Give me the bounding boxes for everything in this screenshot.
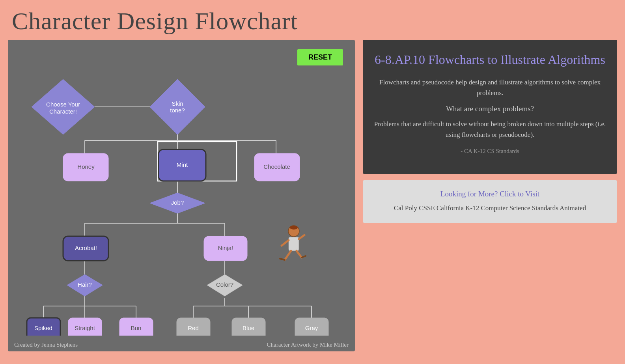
credit-left: Created by Jenna Stephens bbox=[14, 342, 78, 348]
job-label: Job? bbox=[171, 199, 184, 206]
svg-rect-26 bbox=[289, 237, 299, 251]
svg-line-32 bbox=[302, 256, 306, 258]
page-title: Character Design Flowchart bbox=[0, 0, 625, 40]
info-question: What are complex problems? bbox=[374, 105, 606, 113]
credit-right: Character Artwork by Mike Miller bbox=[267, 342, 349, 348]
skin-label2: tone? bbox=[170, 107, 185, 114]
flowchart-panel: RESET bbox=[8, 40, 355, 351]
svg-line-27 bbox=[282, 240, 289, 246]
character-sprite bbox=[280, 226, 306, 260]
main-layout: RESET bbox=[0, 40, 625, 355]
straight-label: Straight bbox=[75, 325, 95, 331]
svg-point-25 bbox=[290, 226, 298, 230]
svg-line-29 bbox=[285, 251, 291, 260]
info-citation: - CA K-12 CS Standards bbox=[374, 146, 606, 156]
info-intro: Flowcharts and pseudocode help design an… bbox=[374, 77, 606, 98]
red-label: Red bbox=[188, 325, 199, 331]
link-box-description: Cal Poly CSSE California K-12 Computer S… bbox=[374, 203, 606, 213]
acrobat-label: Acrobat! bbox=[75, 245, 97, 251]
info-box: 6-8.AP.10 Flowcharts to Illustrate Algor… bbox=[363, 40, 617, 174]
blue-label: Blue bbox=[243, 325, 254, 331]
right-panel: 6-8.AP.10 Flowcharts to Illustrate Algor… bbox=[363, 40, 617, 351]
chocolate-label: Chocolate bbox=[263, 163, 290, 170]
choose-label2: Character! bbox=[49, 108, 77, 115]
info-answer: Problems that are difficult to solve wit… bbox=[374, 119, 606, 140]
gray-label: Gray bbox=[305, 325, 318, 331]
reset-button[interactable]: RESET bbox=[297, 49, 343, 65]
color-label: Color? bbox=[216, 281, 233, 288]
info-heading: 6-8.AP.10 Flowcharts to Illustrate Algor… bbox=[374, 52, 606, 68]
hair-label: Hair? bbox=[78, 281, 92, 288]
svg-line-30 bbox=[297, 251, 302, 258]
mint-label: Mint bbox=[177, 161, 188, 168]
honey-label: Honey bbox=[77, 163, 95, 170]
choose-label: Choose Your bbox=[46, 101, 80, 108]
spiked-label: Spiked bbox=[34, 325, 52, 331]
svg-line-28 bbox=[299, 235, 304, 239]
footer-credits: Created by Jenna Stephens Character Artw… bbox=[14, 342, 349, 348]
skin-label: Skin bbox=[172, 100, 183, 107]
flowchart-svg: Choose Your Character! Skin tone? Honey … bbox=[12, 44, 351, 336]
link-box: Looking for More? Click to Visit Cal Pol… bbox=[363, 180, 617, 223]
ninja-label: Ninja! bbox=[218, 245, 233, 251]
svg-line-31 bbox=[280, 259, 285, 260]
bun-label: Bun bbox=[131, 325, 142, 331]
link-box-link[interactable]: Looking for More? Click to Visit bbox=[374, 190, 606, 198]
